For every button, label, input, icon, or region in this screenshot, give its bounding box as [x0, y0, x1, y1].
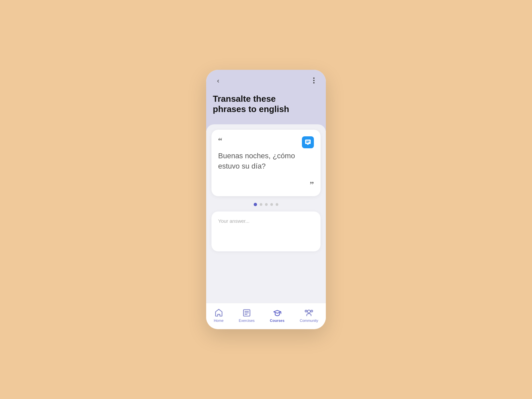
nav-label-community: Community [300, 319, 318, 323]
dot-1[interactable] [254, 203, 257, 206]
nav-item-community[interactable]: Community [296, 307, 322, 324]
svg-point-7 [305, 310, 307, 312]
card-area: “ Buenas noches, ¿cómo estuvo su día? ” [206, 124, 326, 196]
page-title: Transalte these phrases to english [213, 94, 319, 114]
top-bar: ‹ [213, 75, 319, 86]
chat-button[interactable] [302, 136, 314, 148]
nav-item-courses[interactable]: Courses [266, 307, 289, 324]
nav-label-courses: Courses [270, 319, 285, 323]
main-content: “ Buenas noches, ¿cómo estuvo su día? ” [206, 124, 326, 303]
quote-open-icon: “ [218, 136, 314, 146]
answer-placeholder: Your answer... [218, 218, 250, 224]
dot-3[interactable] [265, 203, 268, 206]
answer-input[interactable]: Your answer... [211, 211, 321, 251]
phone-container: ‹ Transalte these phrases to english “ [206, 70, 326, 329]
svg-point-5 [308, 310, 311, 313]
nav-item-exercises[interactable]: Exercises [235, 307, 259, 324]
dot-4[interactable] [270, 203, 273, 206]
header-area: ‹ Transalte these phrases to english [206, 70, 326, 131]
quote-close-icon: ” [310, 180, 314, 190]
more-button[interactable] [309, 75, 319, 86]
answer-area: Your answer... [206, 211, 326, 303]
back-button[interactable]: ‹ [213, 75, 223, 86]
nav-label-exercises: Exercises [239, 319, 255, 323]
nav-item-home[interactable]: Home [210, 307, 227, 324]
svg-point-6 [311, 310, 313, 312]
pagination-dots [206, 196, 326, 211]
nav-label-home: Home [214, 319, 223, 323]
dot-5[interactable] [276, 203, 278, 206]
bottom-nav: Home Exercises Courses [206, 303, 326, 329]
phrase-card: “ Buenas noches, ¿cómo estuvo su día? ” [211, 130, 321, 196]
dot-2[interactable] [260, 203, 262, 206]
phrase-text: Buenas noches, ¿cómo estuvo su día? [218, 151, 314, 178]
